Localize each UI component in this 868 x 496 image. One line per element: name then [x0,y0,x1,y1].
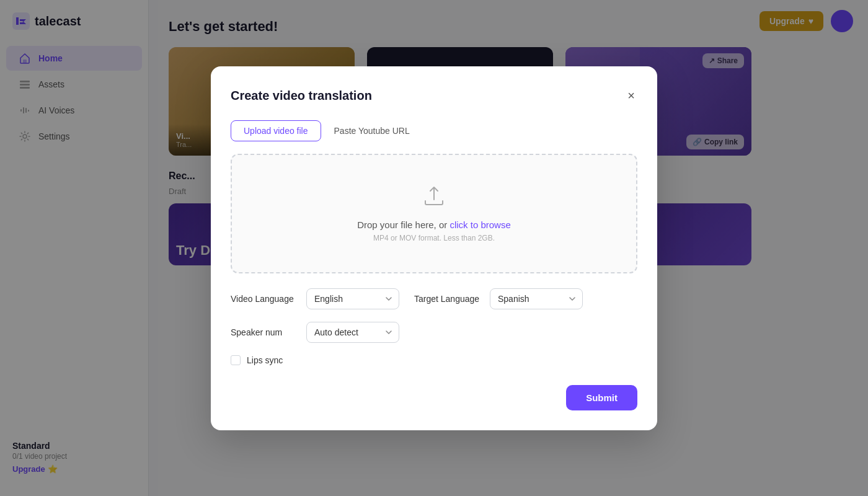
create-translation-modal: Create video translation × Upload video … [211,66,657,430]
lips-sync-label: Lips sync [247,355,283,365]
drop-zone-subtitle: MP4 or MOV format. Less than 2GB. [244,234,624,242]
file-drop-zone[interactable]: Drop your file here, or click to browse … [231,154,637,273]
modal-header: Create video translation × [231,86,637,105]
target-language-group: Target Language Spanish English French [414,288,583,309]
speaker-num-label: Speaker num [231,327,299,337]
modal-tabs: Upload video file Paste Youtube URL [231,120,637,141]
video-language-select[interactable]: English Spanish French [306,288,399,309]
target-language-select[interactable]: Spanish English French [490,288,583,309]
speaker-num-group: Speaker num Auto detect 1 2 [231,322,399,343]
target-language-label: Target Language [414,294,482,304]
video-language-label: Video Language [231,294,299,304]
modal-overlay: Create video translation × Upload video … [0,0,868,496]
tab-youtube-label: Paste Youtube URL [334,126,410,136]
tab-paste-youtube[interactable]: Paste Youtube URL [321,120,423,141]
lips-sync-row: Lips sync [231,355,637,365]
language-row: Video Language English Spanish French Ta… [231,288,637,309]
video-language-group: Video Language English Spanish French [231,288,399,309]
tab-upload-label: Upload video file [244,126,308,136]
submit-button[interactable]: Submit [566,385,637,410]
lips-sync-checkbox[interactable] [231,355,241,365]
modal-close-button[interactable]: × [625,86,637,105]
drop-zone-text: Drop your file here, or click to browse [244,219,624,230]
modal-title: Create video translation [231,89,372,103]
drop-text-before: Drop your file here, or [357,219,450,230]
modal-footer: Submit [231,385,637,410]
upload-icon [244,185,624,212]
tab-upload-video[interactable]: Upload video file [231,120,321,141]
submit-label: Submit [586,392,618,403]
browse-link[interactable]: click to browse [450,219,510,230]
speaker-num-select[interactable]: Auto detect 1 2 [306,322,399,343]
speaker-row: Speaker num Auto detect 1 2 [231,322,637,343]
close-icon: × [627,89,635,102]
